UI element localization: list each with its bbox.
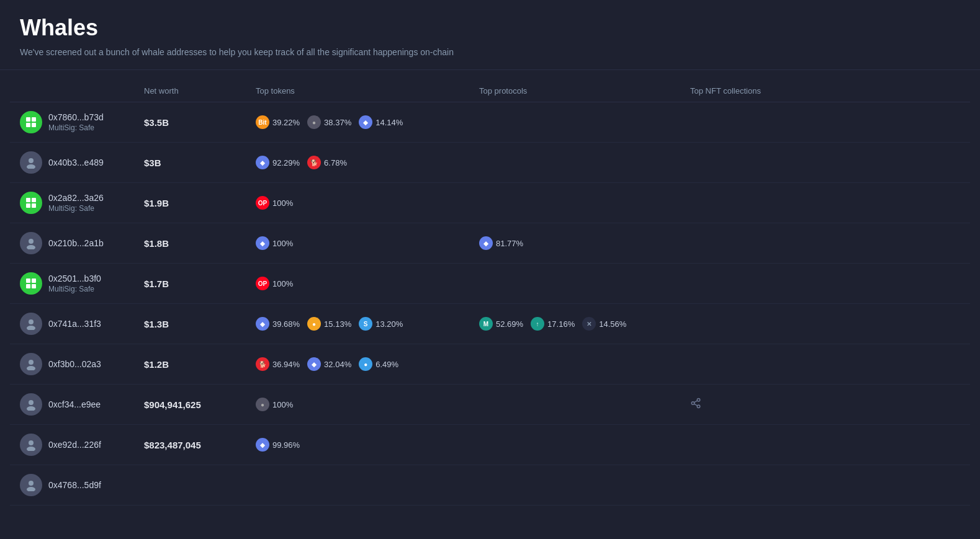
token-percent: 14.14% — [375, 118, 403, 127]
page-subtitle: We've screened out a bunch of whale addr… — [20, 47, 960, 57]
token-percent: 92.29% — [272, 158, 300, 167]
top-nft — [680, 465, 970, 506]
svg-point-18 — [29, 360, 34, 365]
top-nft — [680, 344, 970, 385]
net-worth: $1.7B — [134, 264, 246, 304]
table-row[interactable]: 0x2501...b3f0MultiSig: Safe$1.7BOP100% — [10, 264, 970, 304]
token-item: OP100% — [256, 196, 293, 210]
avatar — [20, 192, 42, 214]
svg-point-4 — [29, 158, 34, 163]
wallet-label: MultiSig: Safe — [48, 204, 104, 213]
svg-rect-12 — [26, 278, 30, 283]
wallet-address[interactable]: 0x2501...b3f0 — [48, 274, 101, 283]
token-icon: ◆ — [256, 438, 269, 452]
table-row[interactable]: 0xcf34...e9ee$904,941,625●100% — [10, 385, 970, 425]
token-percent: 100% — [272, 239, 293, 248]
top-tokens: ◆92.29%🐕6.78% — [246, 143, 469, 183]
token-item: OP100% — [256, 277, 293, 290]
share-button[interactable] — [690, 400, 701, 411]
top-tokens: ◆99.96% — [246, 425, 469, 465]
token-item: ◆99.96% — [256, 438, 300, 452]
token-item: 🐕36.94% — [256, 357, 300, 371]
token-icon: S — [359, 317, 372, 331]
svg-point-21 — [27, 406, 35, 411]
svg-point-16 — [29, 319, 34, 324]
top-tokens: ◆39.68%●15.13%S13.20% — [246, 304, 469, 344]
top-nft — [680, 304, 970, 344]
whales-table: Net worth Top tokens Top protocols Top N… — [10, 80, 970, 506]
token-item: ●15.13% — [307, 317, 351, 331]
token-percent: 6.78% — [324, 158, 347, 167]
top-protocols — [469, 425, 680, 465]
token-item: ●100% — [256, 398, 293, 411]
table-row[interactable]: 0x2a82...3a26MultiSig: Safe$1.9BOP100% — [10, 183, 970, 223]
avatar — [20, 313, 42, 335]
token-icon: ● — [359, 357, 372, 371]
top-protocols — [469, 143, 680, 183]
protocol-item: ✕14.56% — [582, 317, 626, 331]
token-icon: ◆ — [256, 236, 269, 250]
table-row[interactable]: 0x4768...5d9f — [10, 465, 970, 506]
user-cell-5: 0x2501...b3f0MultiSig: Safe — [10, 264, 134, 304]
token-icon: Bit — [256, 115, 269, 129]
table-header: Net worth Top tokens Top protocols Top N… — [10, 80, 970, 102]
table-row[interactable]: 0xe92d...226f$823,487,045◆99.96% — [10, 425, 970, 465]
token-percent: 6.49% — [375, 360, 398, 369]
wallet-address[interactable]: 0x7860...b73d — [48, 112, 104, 122]
wallet-address[interactable]: 0xcf34...e9ee — [48, 399, 101, 409]
wallet-address[interactable]: 0xe92d...226f — [48, 440, 101, 450]
token-percent: 38.37% — [324, 118, 351, 127]
wallet-address[interactable]: 0xf3b0...02a3 — [48, 359, 101, 369]
svg-rect-2 — [26, 123, 30, 127]
wallet-address[interactable]: 0x2a82...3a26 — [48, 193, 104, 203]
table-row[interactable]: 0x741a...31f3$1.3B◆39.68%●15.13%S13.20%M… — [10, 304, 970, 344]
token-percent: 15.13% — [324, 319, 351, 329]
user-cell-9: 0xe92d...226f — [10, 425, 134, 465]
net-worth: $823,487,045 — [134, 425, 246, 465]
token-percent: 13.20% — [375, 319, 403, 329]
protocol-item: M52.69% — [479, 317, 523, 331]
table-row[interactable]: 0x40b3...e489$3B◆92.29%🐕6.78% — [10, 143, 970, 183]
top-tokens: 🐕36.94%◆32.04%●6.49% — [246, 344, 469, 385]
svg-point-24 — [697, 405, 700, 408]
table-row[interactable]: 0x7860...b73dMultiSig: Safe$3.5BBit39.22… — [10, 102, 970, 143]
svg-line-26 — [694, 401, 697, 403]
top-nft — [680, 385, 970, 425]
svg-point-28 — [27, 447, 35, 451]
table-row[interactable]: 0xf3b0...02a3$1.2B🐕36.94%◆32.04%●6.49% — [10, 344, 970, 385]
net-worth: $3B — [134, 143, 246, 183]
page-title: Whales — [20, 15, 960, 41]
net-worth: $1.8B — [134, 223, 246, 264]
svg-rect-7 — [32, 198, 36, 202]
token-percent: 32.04% — [324, 360, 351, 369]
top-protocols — [469, 344, 680, 385]
token-percent: 39.22% — [272, 118, 300, 127]
svg-rect-6 — [26, 198, 30, 202]
token-icon: OP — [256, 196, 269, 210]
net-worth: $1.2B — [134, 344, 246, 385]
user-cell-3: 0x2a82...3a26MultiSig: Safe — [10, 183, 134, 223]
token-icon: ● — [256, 398, 269, 411]
token-icon: ● — [307, 317, 321, 331]
svg-point-23 — [691, 402, 695, 405]
protocol-item: ◆81.77% — [479, 236, 523, 250]
token-percent: 36.94% — [272, 360, 300, 369]
wallet-address[interactable]: 0x40b3...e489 — [48, 158, 104, 167]
top-protocols — [469, 183, 680, 223]
top-nft — [680, 102, 970, 143]
page-header: Whales We've screened out a bunch of wha… — [0, 0, 980, 70]
table-row[interactable]: 0x210b...2a1b$1.8B◆100%◆81.77% — [10, 223, 970, 264]
token-icon: ● — [307, 115, 321, 129]
token-item: Bit39.22% — [256, 115, 300, 129]
wallet-address[interactable]: 0x741a...31f3 — [48, 319, 101, 329]
svg-point-19 — [27, 366, 35, 370]
top-nft — [680, 264, 970, 304]
svg-rect-15 — [32, 284, 36, 288]
wallet-address[interactable]: 0x210b...2a1b — [48, 238, 104, 248]
net-worth: $1.9B — [134, 183, 246, 223]
svg-line-25 — [694, 404, 697, 406]
wallet-address[interactable]: 0x4768...5d9f — [48, 480, 101, 490]
top-protocols — [469, 465, 680, 506]
svg-point-20 — [29, 400, 34, 405]
token-icon: 🐕 — [307, 156, 321, 169]
